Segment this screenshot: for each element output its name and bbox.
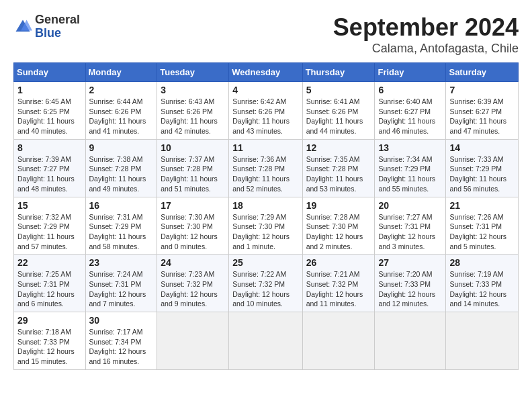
day-number: 2 [89, 85, 154, 95]
day-number: 13 [378, 142, 442, 153]
calendar-cell [157, 312, 229, 370]
calendar-cell: 14Sunrise: 7:33 AMSunset: 7:29 PMDayligh… [446, 139, 519, 197]
calendar-cell: 30Sunrise: 7:17 AMSunset: 7:34 PMDayligh… [85, 312, 157, 370]
calendar-cell: 18Sunrise: 7:29 AMSunset: 7:30 PMDayligh… [229, 197, 302, 255]
day-number: 9 [89, 142, 154, 153]
day-number: 16 [89, 200, 154, 211]
day-info: Sunrise: 7:22 AMSunset: 7:32 PMDaylight:… [232, 269, 298, 309]
day-number: 25 [232, 257, 298, 268]
calendar-table: SundayMondayTuesdayWednesdayThursdayFrid… [13, 62, 519, 370]
day-info: Sunrise: 7:35 AMSunset: 7:28 PMDaylight:… [306, 154, 371, 194]
day-info: Sunrise: 6:43 AMSunset: 6:26 PMDaylight:… [161, 97, 225, 136]
header-saturday: Saturday [446, 63, 519, 82]
logo: General Blue [13, 13, 80, 40]
header-thursday: Thursday [302, 63, 375, 82]
day-number: 28 [449, 257, 515, 268]
logo-icon [13, 17, 32, 36]
calendar-cell: 7Sunrise: 6:39 AMSunset: 6:27 PMDaylight… [446, 82, 519, 140]
day-info: Sunrise: 7:25 AMSunset: 7:31 PMDaylight:… [17, 269, 82, 309]
day-info: Sunrise: 7:30 AMSunset: 7:30 PMDaylight:… [161, 212, 225, 252]
week-row-2: 8Sunrise: 7:39 AMSunset: 7:27 PMDaylight… [14, 139, 519, 197]
calendar-cell: 20Sunrise: 7:27 AMSunset: 7:31 PMDayligh… [375, 197, 446, 255]
day-info: Sunrise: 6:42 AMSunset: 6:26 PMDaylight:… [232, 97, 298, 136]
day-info: Sunrise: 7:18 AMSunset: 7:33 PMDaylight:… [17, 327, 82, 367]
week-row-1: 1Sunrise: 6:45 AMSunset: 6:25 PMDaylight… [14, 82, 519, 140]
title-area: September 2024 Calama, Antofagasta, Chil… [333, 13, 519, 56]
day-number: 26 [306, 257, 371, 268]
day-info: Sunrise: 7:37 AMSunset: 7:28 PMDaylight:… [161, 154, 225, 194]
calendar-cell: 3Sunrise: 6:43 AMSunset: 6:26 PMDaylight… [157, 82, 229, 140]
week-row-5: 29Sunrise: 7:18 AMSunset: 7:33 PMDayligh… [14, 312, 519, 370]
calendar-cell [375, 312, 446, 370]
day-number: 17 [161, 200, 225, 211]
day-number: 15 [17, 200, 82, 211]
day-number: 19 [306, 200, 371, 211]
day-number: 1 [17, 85, 82, 95]
header-tuesday: Tuesday [157, 63, 229, 82]
day-number: 18 [232, 200, 298, 211]
header-sunday: Sunday [14, 63, 86, 82]
day-info: Sunrise: 7:27 AMSunset: 7:31 PMDaylight:… [378, 212, 442, 252]
day-info: Sunrise: 7:39 AMSunset: 7:27 PMDaylight:… [17, 154, 82, 194]
day-info: Sunrise: 6:45 AMSunset: 6:25 PMDaylight:… [17, 97, 82, 136]
calendar-cell: 2Sunrise: 6:44 AMSunset: 6:26 PMDaylight… [85, 82, 157, 140]
calendar-cell: 28Sunrise: 7:19 AMSunset: 7:33 PMDayligh… [446, 255, 519, 312]
calendar-cell: 23Sunrise: 7:24 AMSunset: 7:31 PMDayligh… [85, 255, 157, 312]
calendar-cell: 27Sunrise: 7:20 AMSunset: 7:33 PMDayligh… [375, 255, 446, 312]
calendar-cell [229, 312, 302, 370]
day-info: Sunrise: 7:23 AMSunset: 7:32 PMDaylight:… [161, 269, 225, 309]
calendar-cell: 5Sunrise: 6:41 AMSunset: 6:26 PMDaylight… [302, 82, 375, 140]
calendar-cell: 26Sunrise: 7:21 AMSunset: 7:32 PMDayligh… [302, 255, 375, 312]
day-number: 30 [89, 315, 154, 326]
day-number: 12 [306, 142, 371, 153]
location-title: Calama, Antofagasta, Chile [333, 42, 519, 56]
day-info: Sunrise: 7:21 AMSunset: 7:32 PMDaylight:… [306, 269, 371, 309]
header-monday: Monday [85, 63, 157, 82]
day-info: Sunrise: 7:32 AMSunset: 7:29 PMDaylight:… [17, 212, 82, 252]
day-number: 29 [17, 315, 82, 326]
day-info: Sunrise: 7:26 AMSunset: 7:31 PMDaylight:… [449, 212, 515, 252]
day-info: Sunrise: 6:40 AMSunset: 6:27 PMDaylight:… [378, 97, 442, 136]
calendar-cell [446, 312, 519, 370]
week-row-4: 22Sunrise: 7:25 AMSunset: 7:31 PMDayligh… [14, 255, 519, 312]
day-number: 20 [378, 200, 442, 211]
day-info: Sunrise: 6:41 AMSunset: 6:26 PMDaylight:… [306, 97, 371, 136]
day-info: Sunrise: 7:36 AMSunset: 7:28 PMDaylight:… [232, 154, 298, 194]
day-number: 11 [232, 142, 298, 153]
day-number: 21 [449, 200, 515, 211]
day-info: Sunrise: 7:24 AMSunset: 7:31 PMDaylight:… [89, 269, 154, 309]
calendar-cell: 8Sunrise: 7:39 AMSunset: 7:27 PMDaylight… [14, 139, 86, 197]
calendar-cell: 25Sunrise: 7:22 AMSunset: 7:32 PMDayligh… [229, 255, 302, 312]
header-friday: Friday [375, 63, 446, 82]
calendar-cell: 21Sunrise: 7:26 AMSunset: 7:31 PMDayligh… [446, 197, 519, 255]
day-number: 23 [89, 257, 154, 268]
day-info: Sunrise: 7:17 AMSunset: 7:34 PMDaylight:… [89, 327, 154, 367]
calendar-cell: 19Sunrise: 7:28 AMSunset: 7:30 PMDayligh… [302, 197, 375, 255]
header-wednesday: Wednesday [229, 63, 302, 82]
calendar-cell: 13Sunrise: 7:34 AMSunset: 7:29 PMDayligh… [375, 139, 446, 197]
calendar-cell: 16Sunrise: 7:31 AMSunset: 7:29 PMDayligh… [85, 197, 157, 255]
day-info: Sunrise: 7:19 AMSunset: 7:33 PMDaylight:… [449, 269, 515, 309]
calendar-cell: 22Sunrise: 7:25 AMSunset: 7:31 PMDayligh… [14, 255, 86, 312]
calendar-cell: 12Sunrise: 7:35 AMSunset: 7:28 PMDayligh… [302, 139, 375, 197]
calendar-cell: 29Sunrise: 7:18 AMSunset: 7:33 PMDayligh… [14, 312, 86, 370]
calendar-cell: 1Sunrise: 6:45 AMSunset: 6:25 PMDaylight… [14, 82, 86, 140]
day-info: Sunrise: 6:39 AMSunset: 6:27 PMDaylight:… [449, 97, 515, 136]
page-header: General Blue September 2024 Calama, Anto… [13, 13, 519, 56]
day-number: 24 [161, 257, 225, 268]
day-number: 7 [449, 85, 515, 95]
calendar-cell: 15Sunrise: 7:32 AMSunset: 7:29 PMDayligh… [14, 197, 86, 255]
day-info: Sunrise: 7:20 AMSunset: 7:33 PMDaylight:… [378, 269, 442, 309]
calendar-cell: 6Sunrise: 6:40 AMSunset: 6:27 PMDaylight… [375, 82, 446, 140]
day-info: Sunrise: 6:44 AMSunset: 6:26 PMDaylight:… [89, 97, 154, 136]
calendar-cell: 11Sunrise: 7:36 AMSunset: 7:28 PMDayligh… [229, 139, 302, 197]
day-info: Sunrise: 7:31 AMSunset: 7:29 PMDaylight:… [89, 212, 154, 252]
calendar-cell: 10Sunrise: 7:37 AMSunset: 7:28 PMDayligh… [157, 139, 229, 197]
day-number: 27 [378, 257, 442, 268]
month-title: September 2024 [333, 13, 519, 42]
day-info: Sunrise: 7:38 AMSunset: 7:28 PMDaylight:… [89, 154, 154, 194]
day-info: Sunrise: 7:33 AMSunset: 7:29 PMDaylight:… [449, 154, 515, 194]
week-row-3: 15Sunrise: 7:32 AMSunset: 7:29 PMDayligh… [14, 197, 519, 255]
logo-blue: Blue [35, 26, 61, 40]
calendar-cell: 4Sunrise: 6:42 AMSunset: 6:26 PMDaylight… [229, 82, 302, 140]
